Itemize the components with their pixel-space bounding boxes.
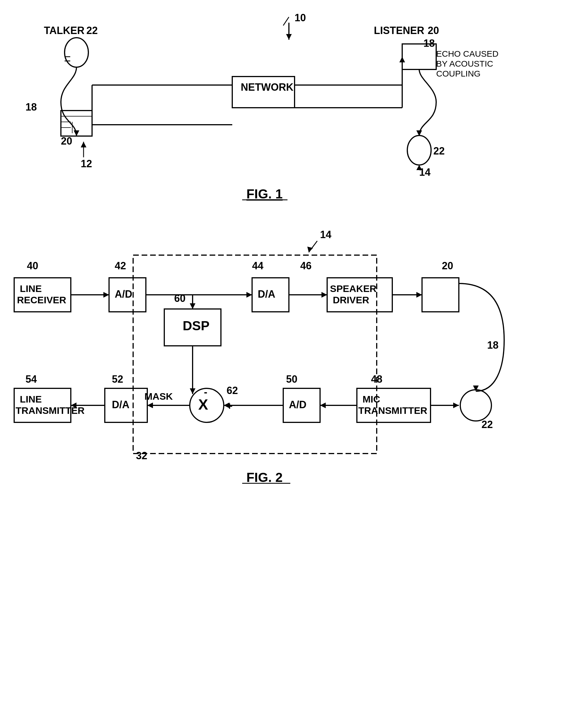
fig2-speaker-driver-label1: SPEAKER (330, 283, 376, 294)
fig1-echo-label-line3: COUPLING (436, 69, 481, 78)
svg-marker-22 (416, 292, 422, 298)
fig2-ref40: 40 (27, 260, 38, 272)
fig2-line-receiver-label2: RECEIVER (17, 295, 66, 305)
fig2-ref44: 44 (252, 260, 264, 272)
fig2-minus-sign: - (204, 386, 207, 398)
fig1-listener-label: LISTENER (374, 25, 424, 36)
fig2-ref62: 62 (227, 385, 238, 396)
fig1-ref10: 10 (295, 12, 306, 23)
svg-marker-10 (81, 142, 86, 147)
fig2-ref60: 60 (174, 293, 186, 304)
fig2-speaker-driver-label2: DRIVER (333, 295, 369, 305)
svg-marker-26 (320, 402, 326, 408)
fig2-ref20: 20 (442, 260, 453, 272)
fig1-ref22-left-top: 22 (86, 25, 98, 36)
fig1-ref20-right-top: 20 (428, 25, 439, 36)
fig2-ref32: 32 (136, 450, 147, 461)
fig2-adc1-label: A/D (115, 288, 132, 300)
fig1-right-loop (419, 69, 436, 136)
fig2-ref18: 18 (487, 339, 499, 351)
fig1-listener-mic (407, 136, 431, 165)
fig2-label: FIG. 2 (247, 470, 283, 485)
fig2-dac2-label: D/A (112, 399, 129, 411)
svg-marker-15 (399, 57, 405, 62)
fig1-echo-label-line2: BY ACOUSTIC (436, 59, 493, 68)
fig2-adc2-label: A/D (289, 399, 307, 411)
fig2-mic-transmitter-label2: TRANSMITTER (358, 405, 427, 416)
svg-marker-29 (147, 402, 153, 408)
fig1-talker-label: TALKER (44, 25, 84, 36)
fig2-speaker-box (422, 278, 459, 312)
fig2-acoustic-arc (459, 283, 504, 391)
fig2-dac1-label: D/A (258, 288, 275, 300)
fig2-ref42: 42 (115, 260, 126, 272)
fig2-mic-transmitter-label1: MIC (362, 394, 380, 404)
fig2-mask-label: MASK (144, 391, 173, 402)
fig2-line-transmitter-label1: LINE (20, 394, 42, 404)
fig1-ref18-left: 18 (25, 101, 37, 113)
fig2-dsp-label: DSP (183, 318, 210, 333)
svg-marker-21 (321, 292, 327, 298)
fig1-talker-mic (65, 38, 88, 67)
fig1-network-label: NETWORK (241, 81, 293, 93)
diagram-svg: 10 TALKER 22 LISTENER 20 18 20 12 NETWOR… (0, 0, 588, 720)
fig1-ref20-left: 20 (61, 135, 72, 147)
fig2-mic-circle (460, 390, 491, 421)
page: 10 TALKER 22 LISTENER 20 18 20 12 NETWOR… (0, 0, 588, 720)
fig2-multiplier-x: X (198, 396, 208, 413)
fig2-ref14: 14 (320, 229, 331, 240)
svg-marker-19 (103, 292, 109, 298)
svg-marker-27 (453, 402, 459, 408)
fig2-line-receiver-label1: LINE (20, 283, 42, 294)
fig2-line-transmitter-label2: TRANSMITTER (16, 405, 85, 416)
fig1-left-loop (61, 67, 77, 136)
svg-marker-20 (247, 292, 252, 298)
fig2-ref52: 52 (112, 373, 123, 385)
svg-marker-11 (74, 131, 79, 136)
fig1-ref12: 12 (81, 158, 92, 169)
fig1-label: FIG. 1 (247, 186, 283, 201)
svg-marker-1 (286, 34, 292, 40)
fig2-ref22: 22 (482, 419, 493, 430)
svg-line-2 (283, 17, 289, 25)
fig2-ref50: 50 (286, 373, 297, 385)
fig1-ref22-right: 22 (433, 145, 445, 157)
svg-marker-23 (190, 303, 195, 309)
fig2-ref46: 46 (300, 260, 312, 272)
fig2-ref54: 54 (25, 373, 37, 385)
fig2-ref48: 48 (371, 373, 382, 385)
fig1-ref18-right-top: 18 (423, 37, 435, 49)
fig1-echo-label-line1: ECHO CAUSED (436, 49, 499, 58)
